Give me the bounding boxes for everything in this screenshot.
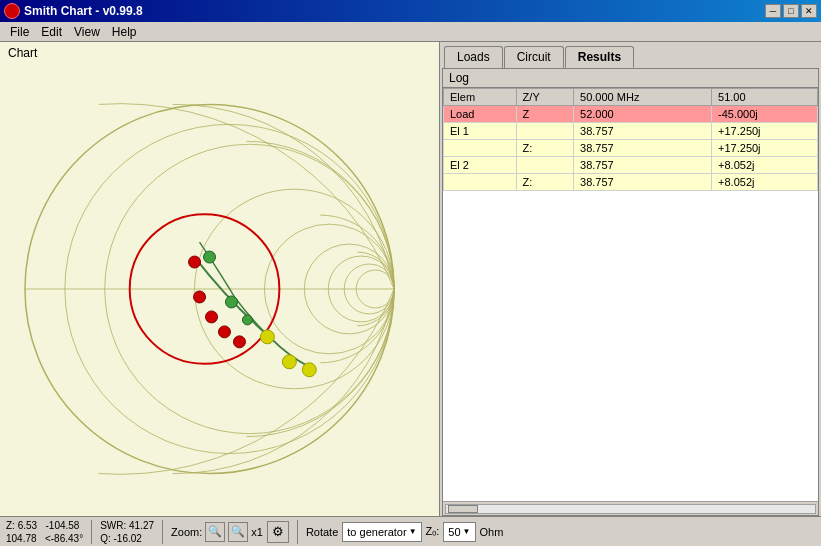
tabs-row: Loads Circuit Results xyxy=(440,42,821,68)
zoom-label: Zoom: xyxy=(171,526,202,538)
cell-el1-val1: 38.757 xyxy=(574,123,712,140)
tab-content-results: Log Elem Z/Y 50.000 MHz 51.00 Load xyxy=(442,68,819,516)
rotate-section: Rotate to generator ▼ Z₀: 50 ▼ Ohm xyxy=(306,522,503,542)
z-label-row: Z: 6.53 -104.58 xyxy=(6,519,83,532)
chart-label: Chart xyxy=(8,46,37,60)
cell-el2-val1: 38.757 xyxy=(574,157,712,174)
cell-z1-val2: +17.250j xyxy=(712,140,818,157)
svg-point-21 xyxy=(282,355,296,369)
q-label: Q: xyxy=(100,533,111,544)
log-header: Log xyxy=(443,69,818,88)
z-val4: <-86.43° xyxy=(45,533,83,544)
svg-point-17 xyxy=(204,251,216,263)
menu-file[interactable]: File xyxy=(4,24,35,40)
z-val3: 104.78 xyxy=(6,533,37,544)
z0-dropdown[interactable]: 50 ▼ xyxy=(443,522,475,542)
swr-display: SWR: 41.27 Q: -16.02 xyxy=(100,519,154,545)
cell-el2-zy xyxy=(516,157,573,174)
z-display: Z: 6.53 -104.58 104.78 <-86.43° xyxy=(6,519,83,545)
cell-z1-zy: Z: xyxy=(516,140,573,157)
results-table-area[interactable]: Elem Z/Y 50.000 MHz 51.00 Load Z 52.000 … xyxy=(443,88,818,501)
tab-circuit[interactable]: Circuit xyxy=(504,46,564,68)
status-bar: Z: 6.53 -104.58 104.78 <-86.43° SWR: 41.… xyxy=(0,516,821,546)
right-panel: Loads Circuit Results Log Elem Z/Y 50.00… xyxy=(440,42,821,516)
menu-view[interactable]: View xyxy=(68,24,106,40)
separator-2 xyxy=(162,520,163,544)
menu-bar: File Edit View Help xyxy=(0,22,821,42)
table-row-z1: Z: 38.757 +17.250j xyxy=(444,140,818,157)
svg-point-20 xyxy=(260,330,274,344)
cell-z2-val1: 38.757 xyxy=(574,174,712,191)
z-label: Z: xyxy=(6,520,15,531)
svg-point-12 xyxy=(189,256,201,268)
svg-point-13 xyxy=(194,291,206,303)
cell-load-elem: Load xyxy=(444,106,517,123)
z0-value: 50 xyxy=(448,526,460,538)
window-title: Smith Chart - v0.99.8 xyxy=(24,4,143,18)
scrollbar-track[interactable] xyxy=(445,504,816,514)
results-table: Elem Z/Y 50.000 MHz 51.00 Load Z 52.000 … xyxy=(443,88,818,191)
cell-z2-zy: Z: xyxy=(516,174,573,191)
cell-load-zy: Z xyxy=(516,106,573,123)
cell-z2-val2: +8.052j xyxy=(712,174,818,191)
title-bar-left: Smith Chart - v0.99.8 xyxy=(4,3,143,19)
swr-label: SWR: xyxy=(100,520,126,531)
swr-value: 41.27 xyxy=(129,520,154,531)
main-content: Chart xyxy=(0,42,821,516)
cell-el1-zy xyxy=(516,123,573,140)
separator-3 xyxy=(297,520,298,544)
col-elem: Elem xyxy=(444,89,517,106)
rotate-dropdown-arrow: ▼ xyxy=(409,527,417,536)
scrollbar-thumb[interactable] xyxy=(448,505,478,513)
z-val2: -104.58 xyxy=(45,520,79,531)
cell-el1-val2: +17.250j xyxy=(712,123,818,140)
horizontal-scrollbar[interactable] xyxy=(443,501,818,515)
close-button[interactable]: ✕ xyxy=(801,4,817,18)
app-icon xyxy=(4,3,20,19)
cell-el2-val2: +8.052j xyxy=(712,157,818,174)
table-row-z2: Z: 38.757 +8.052j xyxy=(444,174,818,191)
separator-1 xyxy=(91,520,92,544)
tab-results[interactable]: Results xyxy=(565,46,634,68)
z0-label: Z₀: xyxy=(426,525,440,538)
svg-point-18 xyxy=(225,296,237,308)
q-row: Q: -16.02 xyxy=(100,532,154,545)
cell-load-val1: 52.000 xyxy=(574,106,712,123)
smith-chart-svg xyxy=(0,42,439,516)
table-row-el2: El 2 38.757 +8.052j xyxy=(444,157,818,174)
q-value: -16.02 xyxy=(113,533,141,544)
minimize-button[interactable]: ─ xyxy=(765,4,781,18)
col-freq1: 50.000 MHz xyxy=(574,89,712,106)
svg-point-16 xyxy=(233,336,245,348)
settings-button[interactable]: ⚙ xyxy=(267,521,289,543)
svg-point-15 xyxy=(219,326,231,338)
menu-help[interactable]: Help xyxy=(106,24,143,40)
zoom-in-button[interactable]: 🔍 xyxy=(228,522,248,542)
swr-row: SWR: 41.27 xyxy=(100,519,154,532)
rotate-dropdown[interactable]: to generator ▼ xyxy=(342,522,421,542)
tab-loads[interactable]: Loads xyxy=(444,46,503,68)
zoom-controls: Zoom: 🔍 🔍 x1 xyxy=(171,522,263,542)
z-polar-row: 104.78 <-86.43° xyxy=(6,532,83,545)
col-zy: Z/Y xyxy=(516,89,573,106)
maximize-button[interactable]: □ xyxy=(783,4,799,18)
table-row-load: Load Z 52.000 -45.000j xyxy=(444,106,818,123)
rotate-value: to generator xyxy=(347,526,406,538)
menu-edit[interactable]: Edit xyxy=(35,24,68,40)
window-controls[interactable]: ─ □ ✕ xyxy=(765,4,817,18)
zoom-value: x1 xyxy=(251,526,263,538)
smith-chart-panel: Chart xyxy=(0,42,440,516)
cell-z1-elem xyxy=(444,140,517,157)
zoom-out-button[interactable]: 🔍 xyxy=(205,522,225,542)
cell-z2-elem xyxy=(444,174,517,191)
z0-dropdown-arrow: ▼ xyxy=(463,527,471,536)
title-bar: Smith Chart - v0.99.8 ─ □ ✕ xyxy=(0,0,821,22)
cell-el1-elem: El 1 xyxy=(444,123,517,140)
rotate-label: Rotate xyxy=(306,526,338,538)
cell-z1-val1: 38.757 xyxy=(574,140,712,157)
ohm-label: Ohm xyxy=(480,526,504,538)
cell-el2-elem: El 2 xyxy=(444,157,517,174)
cell-load-val2: -45.000j xyxy=(712,106,818,123)
svg-point-19 xyxy=(242,315,252,325)
svg-rect-0 xyxy=(0,43,439,516)
